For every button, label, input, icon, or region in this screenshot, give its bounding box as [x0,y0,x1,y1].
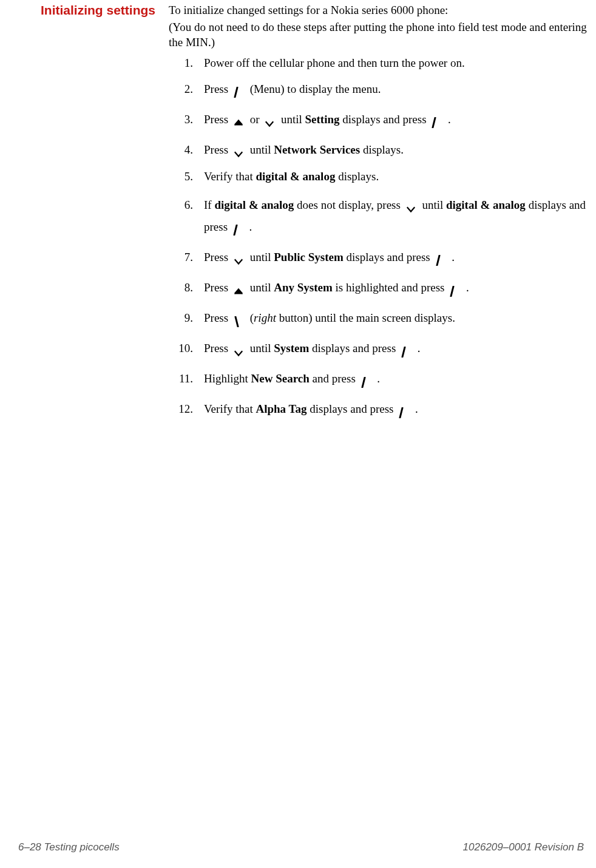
step-4: Press until Network Services displays. [169,139,590,161]
step-text: . [452,251,455,263]
down-arrow-icon [234,343,245,354]
page-footer: 6–28 Testing picocells 1026209–0001 Revi… [18,841,584,853]
step-text: (Menu) to display the menu. [250,83,381,95]
step-text: . [466,281,469,294]
step-text: . [377,372,380,385]
step-bold: digital & analog [256,170,335,183]
step-text: . [448,113,451,126]
step-text: does not display, press [297,198,404,211]
step-text: If [204,198,214,211]
step-bold: digital & analog [214,198,294,211]
step-text: and press [313,372,359,385]
step-text: displays and press [347,251,433,263]
step-text: until [250,251,274,263]
step-10: Press until System displays and press . [169,337,590,359]
step-5: Verify that digital & analog displays. [169,169,590,185]
step-text: until [250,143,274,156]
step-text: displays and press [342,113,429,126]
step-bold: Any System [274,281,333,294]
step-bold: Alpha Tag [256,402,306,415]
up-arrow-icon [234,282,245,293]
down-arrow-icon [234,251,245,262]
menu-key-icon [401,343,412,354]
step-text: until [250,281,274,294]
step-bold: Public System [274,251,344,263]
step-text: Verify that [204,402,256,415]
menu-key-icon [436,251,447,262]
down-arrow-icon [265,114,276,124]
main-column: To initialize changed settings for a Nok… [169,3,590,429]
step-text: Press [204,143,231,156]
step-italic: right [254,311,276,324]
menu-key-icon [399,404,410,415]
intro-text: To initialize changed settings for a Nok… [169,3,590,18]
steps-list: Power off the cellular phone and then tu… [169,56,590,420]
step-text: or [250,113,263,126]
step-text: displays. [363,143,404,156]
step-text: . [415,402,418,415]
step-text: displays and press [312,342,399,354]
up-arrow-icon [234,114,245,124]
step-9: Press (right button) until the main scre… [169,307,590,329]
menu-key-icon [450,282,461,293]
step-1: Power off the cellular phone and then tu… [169,56,590,71]
step-text: Press [204,83,231,95]
step-text: displays. [338,170,379,183]
step-bold: digital & analog [446,198,526,211]
step-text: Press [204,342,231,354]
section-heading: Initializing settings [18,3,158,429]
footer-right: 1026209–0001 Revision B [463,841,584,853]
step-text: until [250,342,274,354]
step-text: until [281,113,305,126]
menu-key-icon [233,221,244,232]
menu-key-icon [234,83,245,94]
step-6: If digital & analog does not display, pr… [169,194,590,238]
step-2: Press (Menu) to display the menu. [169,78,590,100]
step-text: Press [204,251,231,263]
right-key-icon [234,313,245,324]
step-7: Press until Public System displays and p… [169,246,590,268]
step-text: until [422,198,446,211]
step-text: Press [204,281,231,294]
step-text: button) until the main screen displays. [276,311,455,324]
step-3: Press or until Setting displays and pres… [169,109,590,131]
step-text: is highlighted and press [336,281,448,294]
step-text: Press [204,113,231,126]
step-11: Highlight New Search and press . [169,368,590,390]
step-text: Power off the cellular phone and then tu… [204,56,465,69]
step-bold: New Search [251,372,310,385]
step-bold: System [274,342,309,354]
note-text: (You do not need to do these steps after… [169,20,590,50]
step-text: . [418,342,421,354]
down-arrow-icon [234,144,245,155]
step-8: Press until Any System is highlighted an… [169,277,590,299]
footer-left: 6–28 Testing picocells [18,841,120,853]
step-bold: Setting [305,113,340,126]
step-text: displays and press [310,402,396,415]
menu-key-icon [361,373,372,384]
step-text: Press [204,311,231,324]
step-bold: Network Services [274,143,360,156]
step-text: Highlight [204,372,251,385]
step-text: Verify that [204,170,256,183]
step-12: Verify that Alpha Tag displays and press… [169,398,590,420]
menu-key-icon [432,114,442,124]
content-area: Initializing settings To initialize chan… [18,3,590,429]
down-arrow-icon [406,199,417,210]
step-text: . [249,220,252,233]
